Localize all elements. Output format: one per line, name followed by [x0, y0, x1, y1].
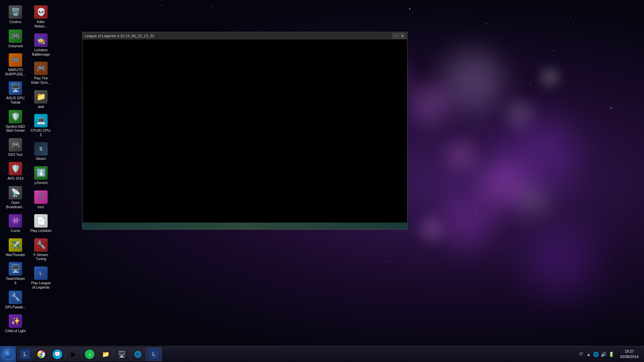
lichdom-icon: 🧙	[34, 34, 48, 47]
spybot-label: Spybot-S&D Start Center	[5, 124, 26, 133]
taskbar-chrome[interactable]	[34, 348, 49, 361]
asus-gpu-icon: 🖥️	[9, 81, 22, 95]
bokeh-2	[409, 84, 449, 124]
taskbar-media-icon: ▶	[69, 350, 78, 359]
system-tray: IT ▲ 🌐 🔊 🔋	[576, 352, 616, 357]
curse-icon: 👾	[9, 214, 22, 228]
taskbar-remote[interactable]: 🖥️	[114, 348, 129, 361]
osu-icon: 🎵	[34, 190, 48, 204]
taskbar-right: IT ▲ 🌐 🔊 🔋 19:27 02/09/2014	[573, 346, 644, 362]
bokeh-7	[439, 194, 493, 248]
icon-killer[interactable]: 💀 Killer Netwo...	[29, 3, 53, 30]
taskbar-items: L 💬 ▶	[16, 346, 573, 362]
killer-icon: 💀	[34, 5, 48, 19]
taskbar-lol-active[interactable]: L	[146, 348, 162, 361]
window-content	[83, 40, 407, 223]
lol-window: League of Legends 4.15.14_08_22_13_33 ─ …	[82, 32, 408, 230]
taskbar-network-icon: 🌐	[133, 350, 143, 359]
icon-lichdom[interactable]: 🧙 Lichdom Battlemage	[29, 32, 53, 58]
icon-naruto[interactable]: 🎮 NARUTO SHIPPUDE...	[3, 51, 28, 78]
icon-steam[interactable]: S Steam	[29, 140, 53, 163]
icon-cpuid[interactable]: 💻 CPUID CPU-Z	[29, 112, 53, 139]
icon-unturned[interactable]: 🎮 Unturned	[3, 27, 28, 50]
ds3tool-icon: 🎮	[9, 138, 22, 152]
icon-gputweak[interactable]: 🔧 GPUTweak...	[3, 289, 28, 311]
window-title: League of Legends 4.15.14_08_22_13_33	[85, 34, 154, 38]
window-minimize-button[interactable]: ─	[392, 33, 398, 39]
window-titlebar: League of Legends 4.15.14_08_22_13_33 ─ …	[83, 32, 407, 40]
icon-playelder[interactable]: 🎮 Play The Elder Scro...	[29, 60, 53, 86]
steam-icon: S	[34, 142, 48, 156]
bokeh-large-3	[527, 228, 594, 295]
spybot-icon: 🛡️	[9, 110, 22, 123]
avg-icon: 🛡️	[9, 162, 22, 175]
taskbar-lol-active-icon: L	[149, 350, 159, 359]
icon-ds3tool[interactable]: 🎮 DS3 Tool	[3, 136, 28, 159]
bokeh-4	[446, 141, 476, 171]
icon-warthunder[interactable]: ✈️ WarThunder	[3, 236, 28, 259]
iawl-label: iawl	[38, 105, 44, 109]
fstream-label: F-Stream Tuning	[30, 253, 52, 261]
tray-power-icon[interactable]: 🔋	[608, 352, 614, 357]
childoflight-label: Child of Light	[5, 329, 25, 333]
tray-expand-icon[interactable]: ▲	[586, 352, 591, 357]
taskbar-explorer-icon: 📁	[101, 350, 110, 359]
icon-osu[interactable]: 🎵 osu!	[29, 188, 53, 211]
warthunder-icon: ✈️	[9, 238, 22, 252]
icon-utorrent[interactable]: ⬇️ µTorrent	[29, 164, 53, 187]
clock-time: 19:27	[625, 349, 634, 354]
gputweak-icon: 🔧	[9, 291, 22, 304]
fstream-icon: 🔧	[34, 238, 48, 252]
taskbar-lol-launcher-icon: L	[20, 350, 30, 359]
icon-playlichdm[interactable]: 📄 Play Lichdom	[29, 212, 53, 235]
taskbar-skype[interactable]: 💬	[50, 348, 65, 361]
taskbar-explorer[interactable]: 📁	[98, 348, 113, 361]
teamviewer-label: TeamViewer 9	[5, 277, 26, 285]
killer-label: Killer Netwo...	[30, 20, 52, 28]
icon-childoflight[interactable]: ✨ Child of Light	[3, 312, 28, 335]
icon-playleague[interactable]: L Play League of Legends	[29, 264, 53, 291]
icon-curse[interactable]: 👾 Curse	[3, 212, 28, 235]
unturned-icon: 🎮	[9, 29, 22, 43]
taskbar-spotify[interactable]: ♪	[82, 348, 97, 361]
teamviewer-icon: 🖥️	[9, 262, 22, 276]
taskbar-skype-icon: 💬	[53, 350, 62, 359]
window-bottom-bar	[83, 223, 407, 229]
taskbar-network[interactable]: 🌐	[130, 348, 146, 361]
icon-cestino[interactable]: 🗑️ Cestino	[3, 3, 28, 26]
steam-label: Steam	[36, 157, 46, 161]
bokeh-6	[517, 184, 550, 218]
asus-gpu-label: ASUS GPU Tweak	[5, 96, 26, 104]
lichdom-label: Lichdom Battlemage	[30, 48, 52, 56]
icon-fstream[interactable]: 🔧 F-Stream Tuning	[29, 236, 53, 263]
icon-iawl[interactable]: 📁 iawl	[29, 88, 53, 111]
cpuid-icon: 💻	[34, 114, 48, 127]
icon-avg[interactable]: 🛡️ AVG 2014	[3, 160, 28, 183]
naruto-label: NARUTO SHIPPUDE...	[5, 68, 26, 76]
taskbar-remote-icon: 🖥️	[117, 350, 126, 359]
playlichdm-label: Play Lichdom	[30, 229, 51, 233]
tray-network-icon[interactable]: 🌐	[593, 352, 599, 357]
utorrent-icon: ⬇️	[34, 166, 48, 180]
taskbar-lol-launcher[interactable]: L	[17, 348, 33, 361]
icon-spybot[interactable]: 🛡️ Spybot-S&D Start Center	[3, 108, 28, 135]
obs-icon: 📡	[9, 186, 22, 199]
window-close-button[interactable]: ✕	[399, 33, 405, 39]
avg-label: AVG 2014	[7, 176, 23, 181]
icon-teamviewer[interactable]: 🖥️ TeamViewer 9	[3, 260, 28, 287]
iawl-icon: 📁	[34, 90, 48, 104]
taskbar-media[interactable]: ▶	[66, 348, 81, 361]
playleague-icon: L	[34, 266, 48, 280]
bokeh-large-1	[443, 50, 503, 111]
system-clock[interactable]: 19:27 02/09/2014	[618, 349, 641, 359]
desktop: 🗑️ Cestino 🎮 Unturned 🎮 NARUTO SHIPPUDE.…	[0, 0, 644, 362]
window-controls: ─ ✕	[392, 33, 405, 39]
icon-obs[interactable]: 📡 Open Broadcast...	[3, 184, 28, 211]
taskbar: L 💬 ▶	[0, 346, 644, 362]
tray-volume-icon[interactable]: 🔊	[601, 352, 606, 357]
icon-asus-gpu[interactable]: 🖥️ ASUS GPU Tweak	[3, 79, 28, 106]
start-button[interactable]	[0, 346, 16, 362]
bokeh-9	[540, 67, 560, 87]
start-orb-icon	[3, 349, 13, 360]
childoflight-icon: ✨	[9, 314, 22, 328]
